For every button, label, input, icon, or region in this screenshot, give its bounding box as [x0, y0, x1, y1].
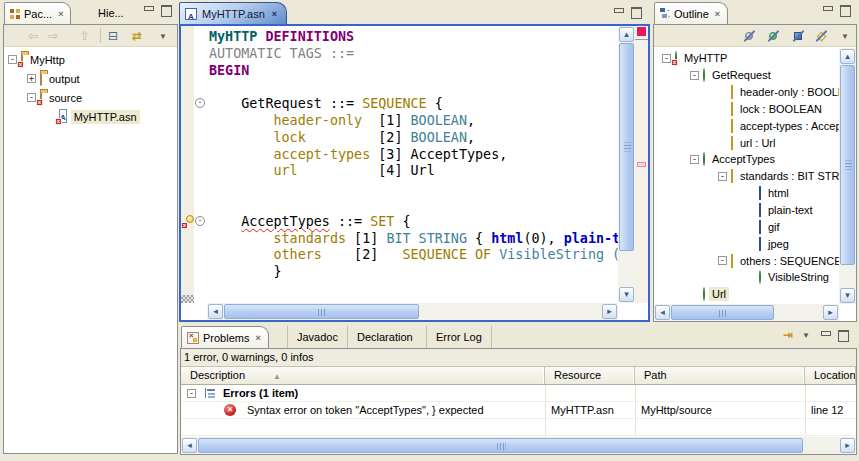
scroll-left-icon[interactable]: ◂ — [182, 438, 197, 453]
scroll-down-icon[interactable]: ▾ — [840, 288, 855, 303]
tree-item-label: MyHTTP.asn — [71, 110, 140, 124]
annotation-ruler[interactable]: x — [181, 26, 194, 303]
hide-named-bits-icon[interactable] — [789, 27, 807, 45]
maximize-icon[interactable] — [839, 5, 852, 16]
tab-javadoc[interactable]: Javadoc — [287, 326, 347, 348]
close-icon[interactable]: × — [255, 333, 260, 343]
tree-item-jpeg[interactable]: jpeg — [654, 235, 839, 252]
tree-item-visiblestring[interactable]: VisibleString — [654, 269, 839, 286]
overview-ruler[interactable] — [635, 26, 648, 303]
link-with-editor-icon[interactable]: ⇄ — [128, 27, 146, 45]
scroll-up-icon[interactable]: ▴ — [840, 49, 855, 64]
maximize-icon[interactable] — [630, 7, 643, 18]
up-icon[interactable]: ⇧ — [76, 27, 94, 45]
hide-values-icon[interactable] — [740, 27, 758, 45]
problem-row[interactable]: ✕Syntax error on token "AcceptTypes", } … — [181, 402, 856, 419]
forward-icon[interactable]: ⇨ — [44, 27, 62, 45]
fold-collapse-icon[interactable]: - — [195, 98, 205, 108]
tab-error-log[interactable]: Error Log — [426, 326, 492, 348]
close-icon[interactable]: × — [272, 9, 277, 19]
collapse-all-icon[interactable]: ⊟ — [104, 27, 122, 45]
hide-fields-icon[interactable] — [812, 27, 830, 45]
scroll-down-icon[interactable]: ▾ — [619, 287, 634, 302]
editor-tab[interactable]: MyHTTP.asn × — [179, 2, 287, 24]
minimize-icon[interactable] — [820, 330, 833, 341]
scroll-right-icon[interactable]: ▸ — [840, 438, 855, 453]
scrollbar-thumb[interactable] — [224, 304, 419, 319]
scrollbar-thumb[interactable] — [619, 43, 634, 251]
scroll-left-icon[interactable]: ◂ — [655, 305, 670, 320]
folding-ruler[interactable]: -- — [194, 26, 207, 303]
scroll-up-icon[interactable]: ▴ — [619, 27, 634, 42]
outline-horizontal-scrollbar[interactable]: ◂ ▸ — [654, 304, 839, 321]
minimize-icon[interactable] — [143, 5, 156, 16]
tree-item-gif[interactable]: gif — [654, 218, 839, 235]
quickfix-error-icon[interactable]: x — [181, 215, 194, 228]
expand-icon[interactable]: + — [27, 74, 36, 83]
tab-hierarchy[interactable]: Hie... — [89, 2, 133, 24]
column-header-location[interactable]: Location — [805, 367, 856, 384]
minimize-icon[interactable] — [822, 5, 835, 16]
view-menu-icon[interactable]: ▼ — [836, 27, 854, 45]
tree-item-standards-bit-string[interactable]: -standards : BIT STRING — [654, 168, 839, 185]
tree-item-source[interactable]: -xsource — [4, 88, 177, 107]
tree-item-accepttypes[interactable]: -AcceptTypes — [654, 151, 839, 168]
maximize-icon[interactable] — [837, 330, 850, 341]
tree-item-label: AcceptTypes — [709, 152, 778, 166]
minimize-icon[interactable] — [613, 7, 626, 18]
tree-item-plain-text[interactable]: plain-text — [654, 202, 839, 219]
collapse-icon[interactable]: - — [8, 55, 17, 64]
problems-horizontal-scrollbar[interactable]: ◂ ▸ — [181, 437, 856, 454]
view-menu-icon[interactable]: ▼ — [797, 326, 815, 344]
column-header-path[interactable]: Path — [635, 367, 805, 384]
column-header-description[interactable]: Description▲ — [181, 367, 545, 384]
collapse-icon[interactable]: - — [187, 389, 196, 398]
hide-types-icon[interactable] — [764, 27, 782, 45]
scroll-left-icon[interactable]: ◂ — [208, 304, 223, 319]
code-area[interactable]: MyHTTP DEFINITIONSAUTOMATIC TAGS ::=BEGI… — [207, 26, 618, 303]
collapse-icon[interactable]: - — [718, 172, 727, 181]
collapse-icon[interactable]: - — [27, 93, 36, 102]
expander-spacer — [746, 206, 755, 215]
scroll-right-icon[interactable]: ▸ — [602, 304, 617, 319]
tree-item-getrequest[interactable]: -GetRequest — [654, 67, 839, 84]
tree-item-header-only-boolean[interactable]: header-only : BOOLEAN — [654, 84, 839, 101]
tree-item-accept-types-accepttypes[interactable]: accept-types : AcceptTypes — [654, 117, 839, 134]
close-icon[interactable]: × — [715, 9, 720, 19]
editor-horizontal-scrollbar[interactable]: ◂ ▸ — [207, 303, 618, 320]
tab-declaration[interactable]: Declaration — [347, 326, 422, 348]
tree-item-lock-boolean[interactable]: lock : BOOLEAN — [654, 101, 839, 118]
tab-package-explorer[interactable]: Pac... × — [4, 2, 71, 24]
editor-vertical-scrollbar[interactable]: ▴ ▾ — [618, 26, 635, 303]
tree-item-myhttp[interactable]: -xMyHttp — [4, 50, 177, 69]
scrollbar-thumb[interactable] — [840, 65, 855, 265]
column-header-resource[interactable]: Resource — [545, 367, 635, 384]
overview-error-indicator[interactable] — [637, 27, 646, 36]
collapse-icon[interactable]: - — [718, 256, 727, 265]
tab-problems[interactable]: Problems × — [181, 326, 269, 348]
outline-vertical-scrollbar[interactable]: ▴ ▾ — [839, 48, 856, 304]
overview-error-marker[interactable] — [637, 162, 646, 167]
scroll-right-icon[interactable]: ▸ — [823, 305, 838, 320]
tree-item-output[interactable]: +output — [4, 69, 177, 88]
view-menu-icon[interactable]: ▼ — [154, 27, 172, 45]
tab-outline[interactable]: Outline × — [654, 2, 728, 24]
tree-item-url-url[interactable]: url : Url — [654, 134, 839, 151]
collapse-icon[interactable]: - — [690, 71, 699, 80]
filter-icon[interactable]: ⇥ — [779, 326, 797, 344]
tree-item-others-sequence-of[interactable]: -others : SEQUENCE OF — [654, 252, 839, 269]
fold-collapse-icon[interactable]: - — [195, 216, 205, 226]
close-icon[interactable]: × — [58, 9, 63, 19]
tree-item-myhttp-asn[interactable]: xMyHTTP.asn — [4, 107, 177, 126]
tree-item-html[interactable]: html — [654, 185, 839, 202]
field-icon — [731, 103, 733, 115]
tree-item-url[interactable]: Url — [654, 286, 839, 303]
back-icon[interactable]: ⇦ — [24, 27, 42, 45]
scrollbar-thumb[interactable] — [198, 438, 803, 453]
collapse-icon[interactable]: - — [662, 54, 671, 63]
maximize-icon[interactable] — [160, 5, 173, 16]
tree-item-myhttp[interactable]: -xMyHTTP — [654, 50, 839, 67]
scrollbar-thumb[interactable] — [671, 305, 774, 320]
error-group-row[interactable]: -Errors (1 item) — [181, 385, 856, 402]
collapse-icon[interactable]: - — [690, 155, 699, 164]
